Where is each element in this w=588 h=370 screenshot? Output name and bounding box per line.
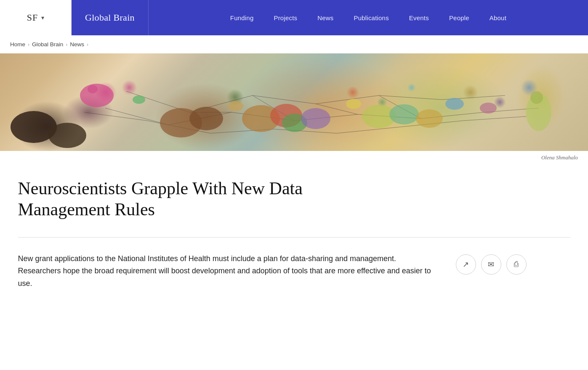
- logo-text: SF: [27, 12, 38, 23]
- article-title: Neuroscientists Grapple With New Data Ma…: [18, 178, 346, 220]
- nav-link-publications[interactable]: Publications: [344, 0, 399, 35]
- breadcrumb-sep-1: ›: [28, 42, 29, 48]
- share-button[interactable]: ↗: [456, 254, 476, 275]
- nav-item-funding[interactable]: Funding: [220, 0, 264, 35]
- svg-point-29: [189, 107, 223, 130]
- nav-item-events[interactable]: Events: [399, 0, 439, 35]
- svg-point-38: [530, 91, 543, 104]
- nav-link-news[interactable]: News: [307, 0, 343, 35]
- article-content-row: New grant applications to the National I…: [18, 253, 570, 290]
- logo-chevron-icon: ▾: [41, 14, 44, 21]
- svg-line-17: [337, 127, 400, 133]
- breadcrumb-page[interactable]: News: [70, 41, 84, 48]
- action-buttons-row: ↗ ✉ ⎙: [456, 254, 527, 275]
- hero-network-svg: [0, 53, 588, 151]
- share-icon: ↗: [463, 260, 469, 269]
- svg-line-9: [253, 95, 316, 104]
- nav-link-events[interactable]: Events: [399, 0, 439, 35]
- nav-links: Funding Projects News Publications Event…: [149, 0, 588, 35]
- nav-item-projects[interactable]: Projects: [263, 0, 307, 35]
- nav-item-news[interactable]: News: [307, 0, 343, 35]
- svg-point-41: [480, 103, 497, 114]
- breadcrumb-home[interactable]: Home: [10, 41, 25, 48]
- image-credit-text: Olena Shmahalo: [541, 154, 578, 161]
- article-body-text: New grant applications to the National I…: [18, 253, 439, 290]
- svg-point-35: [389, 104, 419, 124]
- nav-link-projects[interactable]: Projects: [263, 0, 307, 35]
- svg-point-36: [416, 109, 443, 128]
- svg-point-40: [445, 98, 464, 110]
- svg-point-43: [228, 101, 243, 111]
- svg-point-42: [133, 95, 145, 104]
- email-button[interactable]: ✉: [481, 254, 501, 275]
- svg-line-13: [84, 112, 147, 121]
- breadcrumb-section[interactable]: Global Brain: [32, 41, 63, 48]
- svg-line-11: [379, 95, 442, 100]
- top-nav: SF ▾ Global Brain Funding Projects News …: [0, 0, 588, 35]
- nav-item-people[interactable]: People: [439, 0, 479, 35]
- svg-line-19: [463, 116, 526, 121]
- svg-point-27: [48, 123, 86, 148]
- article-actions: ↗ ✉ ⎙: [456, 253, 527, 275]
- hero-image: [0, 53, 588, 151]
- breadcrumb: Home › Global Brain › News ›: [0, 35, 588, 53]
- svg-point-25: [88, 85, 98, 93]
- site-logo[interactable]: SF ▾: [0, 0, 72, 35]
- nav-link-people[interactable]: People: [439, 0, 479, 35]
- print-icon: ⎙: [514, 260, 519, 269]
- breadcrumb-sep-3: ›: [87, 42, 88, 48]
- email-icon: ✉: [488, 260, 494, 269]
- nav-link-about[interactable]: About: [479, 0, 516, 35]
- print-button[interactable]: ⎙: [506, 254, 527, 275]
- svg-point-33: [301, 108, 330, 129]
- nav-link-funding[interactable]: Funding: [220, 0, 264, 35]
- image-credit: Olena Shmahalo: [0, 151, 588, 164]
- svg-line-16: [274, 129, 337, 133]
- nav-item-about[interactable]: About: [479, 0, 516, 35]
- nav-brand[interactable]: Global Brain: [72, 0, 149, 35]
- article-divider: [18, 237, 570, 238]
- article-container: Neuroscientists Grapple With New Data Ma…: [8, 178, 580, 290]
- nav-item-publications[interactable]: Publications: [344, 0, 399, 35]
- breadcrumb-sep-2: ›: [66, 42, 67, 48]
- svg-point-39: [346, 99, 361, 109]
